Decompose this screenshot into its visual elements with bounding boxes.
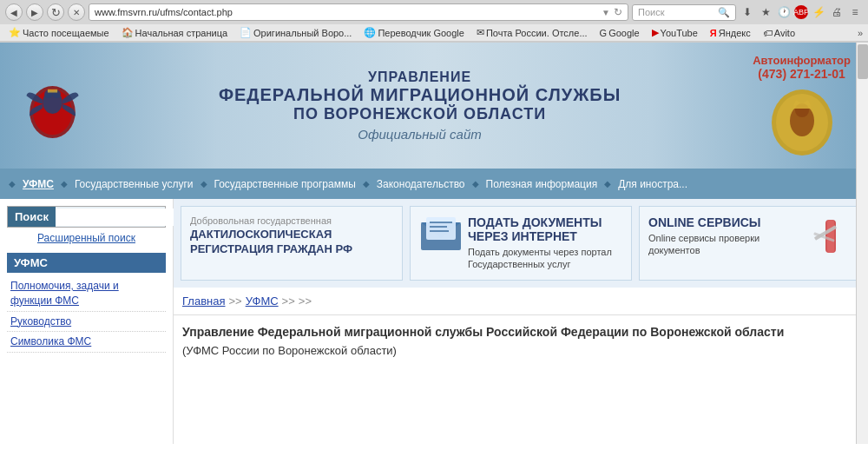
main-heading: Управление Федеральной миграционной служ… [182,324,859,341]
nav-bar: ◆ УФМС ◆ Государственные услуги ◆ Госуда… [0,169,868,199]
avito-icon: 🏷 [763,28,773,38]
sidebar-link-polnomochiya[interactable]: Полномочия, задачи и функции ФМС [7,276,166,312]
mail-icon: ✉ [477,27,484,38]
card-podat[interactable]: ПОДАТЬ ДОКУМЕНТЫ ЧЕРЕЗ ИНТЕРНЕТ Подать д… [410,206,632,281]
card-online-title: ONLINE СЕРВИСЫ [648,215,803,229]
yandex-icon: Я [710,28,717,38]
autoinfo-phone: (473) 271-21-01 [753,67,851,81]
nav-diamond-0: ◆ [9,179,16,189]
breadcrumb-sep2: >> [282,294,295,308]
svg-rect-12 [426,217,456,240]
bookmark-item-youtube[interactable]: ▶ YouTube [648,26,701,39]
reload-button[interactable]: ↻ [47,3,64,21]
online-image [808,215,852,255]
refresh-icon[interactable]: ↻ [614,6,622,18]
nav-item-poleznaya[interactable]: Полезная информация [479,178,605,190]
svg-rect-17 [827,220,834,253]
voronezh-emblem [767,88,837,157]
translate-icon: 🌐 [364,27,376,38]
card-daktilo[interactable]: Добровольная государственная ДАКТИЛОСКОП… [181,206,403,281]
page-icon: 📄 [240,27,252,38]
browser-chrome: ◀ ▶ ↻ ✕ www.fmsvrn.ru/ufms/contact.php ▼… [0,0,868,43]
stop-button[interactable]: ✕ [68,3,85,21]
breadcrumb-sep1: >> [228,294,241,308]
svg-rect-13 [430,222,452,223]
browser-search-box[interactable]: Поиск 🔍 [632,4,736,21]
advanced-search-link[interactable]: Расширенный поиск [7,232,166,244]
bookmarks-bar: ⭐ Часто посещаемые 🏠 Начальная страница … [0,24,868,42]
breadcrumb-home[interactable]: Главная [182,294,225,308]
svg-rect-5 [47,89,56,92]
breadcrumb-bar: Главная >> УФМС >> >> [174,288,868,315]
header-center: УПРАВЛЕНИЕ ФЕДЕРАЛЬНОЙ МИГРАЦИОННОЙ СЛУЖ… [87,69,753,142]
nav-diamond-3: ◆ [363,179,370,189]
download-icon[interactable]: ⬇ [740,4,755,20]
nav-diamond-1: ◆ [61,179,68,189]
menu-icon[interactable]: ≡ [847,4,863,20]
sidebar: Поиск 🔍 Расширенный поиск УФМС Полномочи… [0,199,174,444]
forward-button[interactable]: ▶ [26,3,43,21]
nav-diamond-4: ◆ [472,179,479,189]
bookmark-item-translate[interactable]: 🌐 Переводчик Google [360,26,468,39]
extensions-icon[interactable]: ⚡ [811,4,826,20]
nav-item-gosuslugi[interactable]: Государственные услуги [68,178,201,190]
page-content: УПРАВЛЕНИЕ ФЕДЕРАЛЬНОЙ МИГРАЦИОННОЙ СЛУЖ… [0,43,868,444]
nav-diamond-5: ◆ [604,179,611,189]
main-subheading: (УФМС России по Воронежской области) [182,344,859,357]
nav-item-ufms[interactable]: УФМС [16,178,61,190]
header-title1: УПРАВЛЕНИЕ [95,69,744,85]
svg-rect-10 [793,105,811,109]
home-icon: 🏠 [122,27,134,38]
search-input[interactable] [56,208,193,226]
nav-item-inostra[interactable]: Для иностра... [611,178,694,190]
sidebar-link-simvolika[interactable]: Символика ФМС [7,332,166,353]
star-icon: ⭐ [9,27,21,38]
site-header: УПРАВЛЕНИЕ ФЕДЕРАЛЬНОЙ МИГРАЦИОННОЙ СЛУЖ… [0,43,868,169]
autoinfo-block: Автоинформатор (473) 271-21-01 [753,54,851,81]
toolbar-icons: ⬇ ★ 🕐 ABP ⚡ 🖨 ≡ [740,4,863,20]
podat-image [419,215,463,255]
card-online[interactable]: ONLINE СЕРВИСЫ Online сервисы проверки д… [639,206,861,281]
bookmark-item-original[interactable]: 📄 Оригинальный Воро... [236,26,355,39]
search-box: Поиск 🔍 [7,206,166,228]
bookmark-item-google[interactable]: G Google [596,27,643,39]
adblock-icon[interactable]: ABP [794,5,808,19]
nav-diamond-2: ◆ [201,179,207,189]
nav-item-gosprogrammy[interactable]: Государственные программы [207,178,363,190]
svg-rect-15 [430,230,449,232]
fms-emblem-left [17,71,87,141]
bookmark-item-yandex[interactable]: Я Яндекс [707,27,754,39]
search-placeholder: Поиск [638,7,718,17]
search-icon: 🔍 [718,7,730,18]
search-label[interactable]: Поиск [8,207,56,227]
header-title3: ПО ВОРОНЕЖСКОЙ ОБЛАСТИ [95,105,744,123]
bookmark-item-pochta[interactable]: ✉ Почта России. Отсле... [473,26,591,39]
nav-item-zakonodatelstvo[interactable]: Законодательство [370,178,472,190]
print-icon[interactable]: 🖨 [829,4,845,20]
address-dropdown-icon[interactable]: ▼ [602,8,610,17]
bookmark-icon[interactable]: ★ [758,4,773,20]
bookmark-item-often[interactable]: ⭐ Часто посещаемые [5,26,113,39]
main-text-area: Управление Федеральной миграционной служ… [174,315,868,367]
breadcrumb-section[interactable]: УФМС [246,294,279,308]
sidebar-link-rukovodstvo[interactable]: Руководство [7,312,166,333]
card-podat-desc: Подать документы через портал Государств… [468,246,622,271]
scroll-thumb[interactable] [858,44,868,79]
content-area: Добровольная государственная ДАКТИЛОСКОП… [174,199,868,444]
address-text: www.fmsvrn.ru/ufms/contact.php [95,7,233,17]
card-online-desc: Online сервисы проверки документов [648,232,803,257]
header-subtitle: Официальный сайт [95,127,744,142]
back-button[interactable]: ◀ [5,3,23,21]
vertical-scrollbar[interactable] [856,43,868,444]
bookmark-item-home[interactable]: 🏠 Начальная страница [118,26,231,39]
bookmarks-more-button[interactable]: » [858,28,863,38]
history-icon[interactable]: 🕐 [776,4,792,20]
address-bar[interactable]: www.fmsvrn.ru/ufms/contact.php ▼ ↻ [89,3,628,21]
autoinfo-label: Автоинформатор [753,54,851,67]
main-layout: Поиск 🔍 Расширенный поиск УФМС Полномочи… [0,199,868,444]
google-icon: G [600,28,608,38]
svg-rect-14 [430,226,447,228]
sidebar-section-title: УФМС [7,253,166,273]
youtube-icon: ▶ [652,27,659,38]
bookmark-item-avito[interactable]: 🏷 Avito [760,27,799,39]
